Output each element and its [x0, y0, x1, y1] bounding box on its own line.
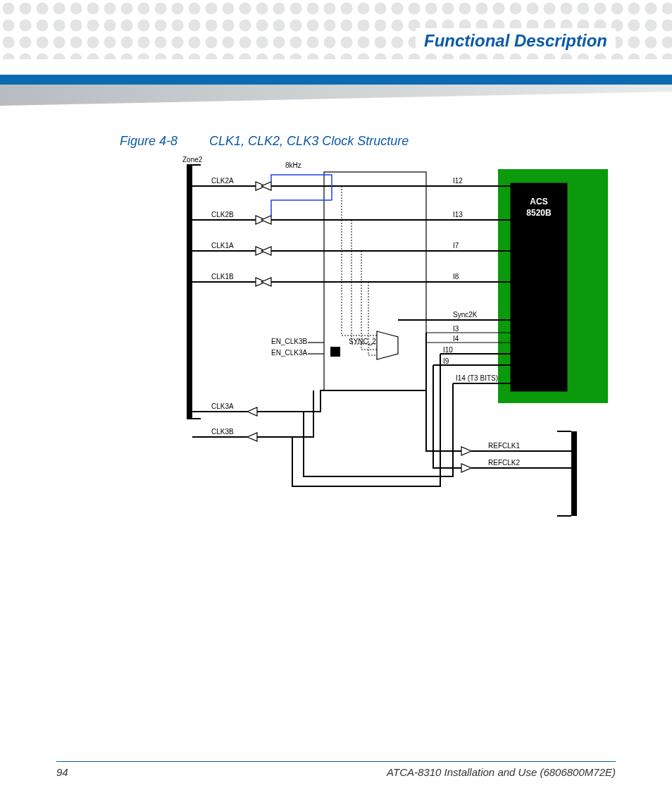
row-clk3b: CLK3B — [192, 390, 313, 441]
doc-id: ATCA-8310 Installation and Use (6806800M… — [387, 766, 616, 778]
row-clk3a: CLK3A — [192, 390, 426, 416]
svg-text:I8: I8 — [453, 273, 459, 281]
svg-text:CLK3A: CLK3A — [211, 402, 234, 410]
svg-text:I14 (T3 BITS): I14 (T3 BITS) — [456, 374, 498, 382]
sync2-mux: SYNC_2 Sync2K — [330, 186, 511, 359]
svg-text:CLK3B: CLK3B — [211, 428, 234, 436]
figure-title: CLK1, CLK2, CLK3 Clock Structure — [209, 134, 409, 148]
clock-structure-diagram: Zone2 8kHz ACS 8520B CLK2A — [180, 155, 609, 536]
svg-marker-30 — [461, 464, 471, 472]
right-connector — [571, 431, 577, 516]
svg-text:CLK1A: CLK1A — [211, 242, 234, 250]
en-clk3a: EN_CLK3A — [271, 349, 307, 357]
svg-text:I7: I7 — [453, 242, 459, 250]
svg-text:CLK2A: CLK2A — [211, 177, 234, 185]
zone-label: Zone2 — [182, 156, 203, 164]
rate-label: 8kHz — [285, 161, 301, 169]
en-clk3b: EN_CLK3B — [271, 338, 307, 345]
svg-text:I9: I9 — [443, 357, 449, 365]
left-connector — [187, 165, 192, 419]
svg-text:I12: I12 — [453, 177, 463, 185]
svg-text:I4: I4 — [453, 335, 459, 343]
header-bar — [0, 75, 672, 85]
page-number: 94 — [56, 766, 68, 778]
section-title: Functional Description — [416, 28, 616, 54]
row-clk2a: CLK2A I12 — [192, 175, 511, 200]
svg-marker-6 — [261, 216, 271, 224]
svg-marker-10 — [261, 247, 271, 255]
svg-marker-2 — [261, 182, 271, 190]
svg-text:CLK1B: CLK1B — [211, 273, 234, 281]
page-footer: 94 ATCA-8310 Installation and Use (68068… — [56, 761, 616, 778]
svg-marker-14 — [261, 278, 271, 286]
svg-text:I3: I3 — [453, 325, 459, 333]
svg-text:CLK2B: CLK2B — [211, 211, 234, 218]
svg-rect-18 — [330, 347, 340, 357]
svg-marker-25 — [247, 407, 257, 416]
svg-marker-27 — [247, 433, 257, 441]
header-shadow — [0, 85, 672, 106]
svg-text:I13: I13 — [453, 211, 463, 218]
svg-text:REFCLK2: REFCLK2 — [488, 459, 520, 467]
svg-text:I10: I10 — [443, 346, 453, 354]
acs-l1: ACS — [530, 197, 547, 207]
svg-text:Sync2K: Sync2K — [453, 311, 478, 319]
acs-l2: 8520B — [526, 208, 552, 218]
figure-number: Figure 4-8 — [120, 134, 178, 148]
svg-marker-28 — [461, 447, 471, 455]
figure-caption: Figure 4-8 CLK1, CLK2, CLK3 Clock Struct… — [120, 134, 409, 149]
svg-text:REFCLK1: REFCLK1 — [488, 442, 520, 450]
